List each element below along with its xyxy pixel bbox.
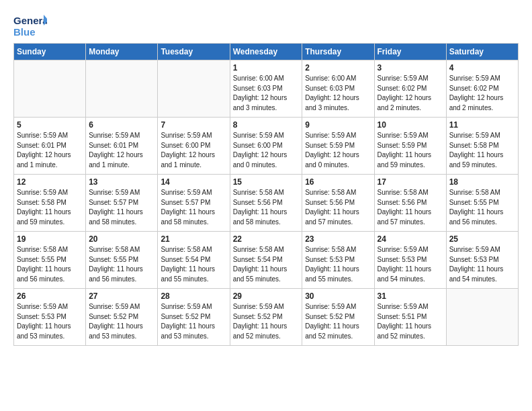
col-header-saturday: Saturday [446, 44, 518, 60]
col-header-tuesday: Tuesday [158, 44, 230, 60]
calendar-cell: 25Sunrise: 5:59 AMSunset: 5:53 PMDayligh… [446, 232, 518, 289]
day-info: Sunrise: 5:58 AMSunset: 5:55 PMDaylight:… [449, 188, 515, 227]
logo-svg: General Blue [13, 13, 47, 38]
col-header-wednesday: Wednesday [230, 44, 302, 60]
svg-text:Blue: Blue [13, 26, 36, 38]
day-info: Sunrise: 5:59 AMSunset: 6:00 PMDaylight:… [161, 131, 226, 170]
calendar-cell: 22Sunrise: 5:58 AMSunset: 5:54 PMDayligh… [230, 232, 302, 289]
calendar-cell: 6Sunrise: 5:59 AMSunset: 6:01 PMDaylight… [86, 118, 158, 175]
day-number: 22 [233, 234, 300, 244]
calendar-cell: 29Sunrise: 5:59 AMSunset: 5:52 PMDayligh… [230, 289, 302, 346]
calendar-week-4: 19Sunrise: 5:58 AMSunset: 5:55 PMDayligh… [14, 232, 519, 289]
day-number: 13 [89, 177, 154, 187]
calendar-cell: 24Sunrise: 5:59 AMSunset: 5:53 PMDayligh… [374, 232, 446, 289]
day-info: Sunrise: 5:58 AMSunset: 5:56 PMDaylight:… [305, 188, 371, 227]
calendar-week-5: 26Sunrise: 5:59 AMSunset: 5:53 PMDayligh… [14, 289, 519, 346]
day-number: 24 [378, 234, 443, 244]
day-info: Sunrise: 5:59 AMSunset: 6:02 PMDaylight:… [449, 74, 515, 113]
calendar-week-1: 1Sunrise: 6:00 AMSunset: 6:03 PMDaylight… [14, 60, 519, 118]
day-info: Sunrise: 5:58 AMSunset: 5:55 PMDaylight:… [17, 245, 83, 284]
calendar-cell: 16Sunrise: 5:58 AMSunset: 5:56 PMDayligh… [302, 175, 374, 232]
day-number: 23 [305, 234, 371, 244]
day-info: Sunrise: 5:59 AMSunset: 5:57 PMDaylight:… [161, 188, 226, 227]
calendar-cell: 21Sunrise: 5:58 AMSunset: 5:54 PMDayligh… [158, 232, 230, 289]
calendar-cell: 13Sunrise: 5:59 AMSunset: 5:57 PMDayligh… [86, 175, 158, 232]
calendar-cell: 28Sunrise: 5:59 AMSunset: 5:52 PMDayligh… [158, 289, 230, 346]
calendar-cell: 11Sunrise: 5:59 AMSunset: 5:58 PMDayligh… [446, 118, 518, 175]
calendar-cell: 10Sunrise: 5:59 AMSunset: 5:59 PMDayligh… [374, 118, 446, 175]
day-info: Sunrise: 5:59 AMSunset: 6:00 PMDaylight:… [233, 131, 300, 170]
calendar-week-2: 5Sunrise: 5:59 AMSunset: 6:01 PMDaylight… [14, 118, 519, 175]
calendar-week-3: 12Sunrise: 5:59 AMSunset: 5:58 PMDayligh… [14, 175, 519, 232]
day-number: 8 [233, 120, 300, 130]
day-number: 11 [449, 120, 515, 130]
day-info: Sunrise: 5:58 AMSunset: 5:56 PMDaylight:… [378, 188, 443, 227]
calendar-cell: 27Sunrise: 5:59 AMSunset: 5:52 PMDayligh… [86, 289, 158, 346]
calendar-cell: 2Sunrise: 6:00 AMSunset: 6:03 PMDaylight… [302, 60, 374, 118]
calendar-cell: 17Sunrise: 5:58 AMSunset: 5:56 PMDayligh… [374, 175, 446, 232]
calendar-header-row: SundayMondayTuesdayWednesdayThursdayFrid… [14, 44, 519, 60]
day-number: 20 [89, 234, 154, 244]
day-info: Sunrise: 5:59 AMSunset: 6:01 PMDaylight:… [17, 131, 83, 170]
calendar-cell [446, 289, 518, 346]
col-header-friday: Friday [374, 44, 446, 60]
day-info: Sunrise: 5:59 AMSunset: 5:51 PMDaylight:… [378, 302, 443, 341]
calendar-cell: 12Sunrise: 5:59 AMSunset: 5:58 PMDayligh… [14, 175, 86, 232]
day-info: Sunrise: 5:59 AMSunset: 5:52 PMDaylight:… [161, 302, 226, 341]
day-number: 1 [233, 63, 300, 73]
day-number: 15 [233, 177, 300, 187]
day-info: Sunrise: 5:58 AMSunset: 5:54 PMDaylight:… [233, 245, 300, 284]
day-number: 29 [233, 291, 300, 301]
day-number: 21 [161, 234, 226, 244]
col-header-sunday: Sunday [14, 44, 86, 60]
calendar-cell: 31Sunrise: 5:59 AMSunset: 5:51 PMDayligh… [374, 289, 446, 346]
day-info: Sunrise: 5:59 AMSunset: 5:52 PMDaylight:… [233, 302, 300, 341]
calendar-cell [14, 60, 86, 118]
calendar-cell [86, 60, 158, 118]
day-info: Sunrise: 5:59 AMSunset: 5:57 PMDaylight:… [89, 188, 154, 227]
day-info: Sunrise: 5:58 AMSunset: 5:54 PMDaylight:… [161, 245, 226, 284]
day-number: 16 [305, 177, 371, 187]
day-info: Sunrise: 5:59 AMSunset: 5:53 PMDaylight:… [378, 245, 443, 284]
page-container: General Blue SundayMondayTuesdayWednesda… [0, 0, 532, 353]
day-info: Sunrise: 5:59 AMSunset: 5:59 PMDaylight:… [305, 131, 371, 170]
header: General Blue [13, 13, 519, 38]
day-info: Sunrise: 5:59 AMSunset: 5:52 PMDaylight:… [89, 302, 154, 341]
day-info: Sunrise: 5:59 AMSunset: 5:58 PMDaylight:… [17, 188, 83, 227]
day-info: Sunrise: 5:58 AMSunset: 5:56 PMDaylight:… [233, 188, 300, 227]
calendar-cell: 23Sunrise: 5:58 AMSunset: 5:53 PMDayligh… [302, 232, 374, 289]
calendar-cell: 3Sunrise: 5:59 AMSunset: 6:02 PMDaylight… [374, 60, 446, 118]
calendar-cell: 26Sunrise: 5:59 AMSunset: 5:53 PMDayligh… [14, 289, 86, 346]
calendar-cell: 4Sunrise: 5:59 AMSunset: 6:02 PMDaylight… [446, 60, 518, 118]
day-info: Sunrise: 5:58 AMSunset: 5:53 PMDaylight:… [305, 245, 371, 284]
day-number: 14 [161, 177, 226, 187]
day-info: Sunrise: 5:59 AMSunset: 5:59 PMDaylight:… [378, 131, 443, 170]
calendar-cell: 5Sunrise: 5:59 AMSunset: 6:01 PMDaylight… [14, 118, 86, 175]
calendar-cell: 19Sunrise: 5:58 AMSunset: 5:55 PMDayligh… [14, 232, 86, 289]
calendar-cell: 14Sunrise: 5:59 AMSunset: 5:57 PMDayligh… [158, 175, 230, 232]
day-info: Sunrise: 5:59 AMSunset: 5:53 PMDaylight:… [17, 302, 83, 341]
calendar-cell: 1Sunrise: 6:00 AMSunset: 6:03 PMDaylight… [230, 60, 302, 118]
col-header-thursday: Thursday [302, 44, 374, 60]
calendar-cell: 18Sunrise: 5:58 AMSunset: 5:55 PMDayligh… [446, 175, 518, 232]
day-number: 30 [305, 291, 371, 301]
col-header-monday: Monday [86, 44, 158, 60]
day-info: Sunrise: 6:00 AMSunset: 6:03 PMDaylight:… [233, 74, 300, 113]
day-info: Sunrise: 5:59 AMSunset: 5:58 PMDaylight:… [449, 131, 515, 170]
day-number: 25 [449, 234, 515, 244]
day-number: 28 [161, 291, 226, 301]
day-number: 6 [89, 120, 154, 130]
calendar-table: SundayMondayTuesdayWednesdayThursdayFrid… [13, 43, 519, 346]
day-number: 10 [378, 120, 443, 130]
calendar-cell [158, 60, 230, 118]
day-info: Sunrise: 6:00 AMSunset: 6:03 PMDaylight:… [305, 74, 371, 113]
day-number: 9 [305, 120, 371, 130]
calendar-cell: 9Sunrise: 5:59 AMSunset: 5:59 PMDaylight… [302, 118, 374, 175]
day-number: 3 [378, 63, 443, 73]
calendar-cell: 15Sunrise: 5:58 AMSunset: 5:56 PMDayligh… [230, 175, 302, 232]
day-number: 12 [17, 177, 83, 187]
day-number: 19 [17, 234, 83, 244]
day-number: 31 [378, 291, 443, 301]
logo: General Blue [13, 13, 47, 38]
day-info: Sunrise: 5:58 AMSunset: 5:55 PMDaylight:… [89, 245, 154, 284]
